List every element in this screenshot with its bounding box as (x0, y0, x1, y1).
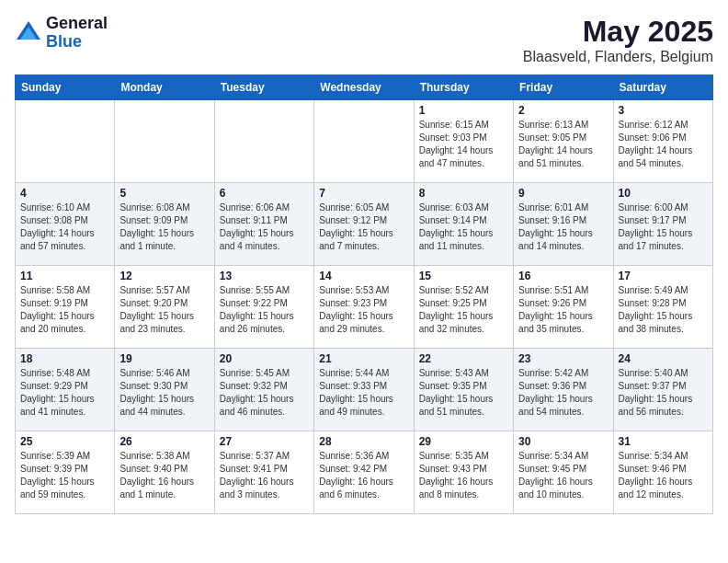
day-info: Sunrise: 6:12 AM Sunset: 9:06 PM Dayligh… (619, 119, 708, 170)
day-info: Sunrise: 5:44 AM Sunset: 9:33 PM Dayligh… (319, 367, 408, 419)
day-number: 13 (220, 270, 309, 282)
calendar-cell: 15Sunrise: 5:52 AM Sunset: 9:25 PM Dayli… (414, 266, 513, 349)
calendar-cell: 21Sunrise: 5:44 AM Sunset: 9:33 PM Dayli… (314, 349, 414, 431)
day-info: Sunrise: 5:34 AM Sunset: 9:46 PM Dayligh… (619, 450, 708, 501)
day-info: Sunrise: 5:39 AM Sunset: 9:39 PM Dayligh… (20, 450, 109, 501)
calendar-cell: 25Sunrise: 5:39 AM Sunset: 9:39 PM Dayli… (16, 431, 115, 514)
calendar-cell: 19Sunrise: 5:46 AM Sunset: 9:30 PM Dayli… (115, 349, 214, 431)
day-number: 20 (220, 352, 309, 365)
calendar-cell: 10Sunrise: 6:00 AM Sunset: 9:17 PM Dayli… (613, 183, 712, 266)
day-number: 8 (419, 187, 508, 200)
day-info: Sunrise: 6:03 AM Sunset: 9:14 PM Dayligh… (419, 201, 508, 253)
calendar-cell: 28Sunrise: 5:36 AM Sunset: 9:42 PM Dayli… (314, 431, 414, 514)
calendar-cell: 9Sunrise: 6:01 AM Sunset: 9:16 PM Daylig… (514, 183, 613, 266)
logo-icon (15, 19, 42, 47)
day-number: 21 (319, 352, 408, 365)
day-info: Sunrise: 6:13 AM Sunset: 9:05 PM Dayligh… (518, 119, 608, 170)
calendar-week-2: 4Sunrise: 6:10 AM Sunset: 9:08 PM Daylig… (16, 183, 713, 266)
day-number: 9 (518, 187, 608, 200)
day-info: Sunrise: 5:34 AM Sunset: 9:45 PM Dayligh… (518, 450, 608, 501)
day-number: 23 (518, 352, 608, 365)
calendar-cell: 23Sunrise: 5:42 AM Sunset: 9:36 PM Dayli… (514, 349, 613, 431)
day-info: Sunrise: 5:58 AM Sunset: 9:19 PM Dayligh… (20, 284, 109, 336)
day-number: 31 (619, 435, 708, 448)
day-info: Sunrise: 6:10 AM Sunset: 9:08 PM Dayligh… (20, 201, 109, 253)
day-number: 14 (319, 270, 408, 282)
day-info: Sunrise: 6:15 AM Sunset: 9:03 PM Dayligh… (419, 119, 508, 170)
day-number: 15 (419, 270, 508, 282)
day-number: 1 (419, 104, 508, 117)
calendar-table: SundayMondayTuesdayWednesdayThursdayFrid… (15, 75, 713, 514)
day-info: Sunrise: 5:37 AM Sunset: 9:41 PM Dayligh… (220, 450, 309, 501)
day-info: Sunrise: 5:55 AM Sunset: 9:22 PM Dayligh… (220, 284, 309, 336)
day-number: 29 (419, 435, 508, 448)
calendar-week-5: 25Sunrise: 5:39 AM Sunset: 9:39 PM Dayli… (16, 431, 713, 514)
day-info: Sunrise: 6:08 AM Sunset: 9:09 PM Dayligh… (119, 201, 209, 253)
calendar-cell: 16Sunrise: 5:51 AM Sunset: 9:26 PM Dayli… (514, 266, 613, 349)
day-info: Sunrise: 5:42 AM Sunset: 9:36 PM Dayligh… (518, 367, 608, 419)
calendar-cell: 24Sunrise: 5:40 AM Sunset: 9:37 PM Dayli… (613, 349, 712, 431)
day-info: Sunrise: 6:06 AM Sunset: 9:11 PM Dayligh… (220, 201, 309, 253)
calendar-cell: 29Sunrise: 5:35 AM Sunset: 9:43 PM Dayli… (414, 431, 513, 514)
day-info: Sunrise: 5:43 AM Sunset: 9:35 PM Dayligh… (419, 367, 508, 419)
calendar-cell: 17Sunrise: 5:49 AM Sunset: 9:28 PM Dayli… (613, 266, 712, 349)
calendar-cell: 6Sunrise: 6:06 AM Sunset: 9:11 PM Daylig… (214, 183, 313, 266)
day-info: Sunrise: 6:05 AM Sunset: 9:12 PM Dayligh… (319, 201, 408, 253)
calendar-week-3: 11Sunrise: 5:58 AM Sunset: 9:19 PM Dayli… (16, 266, 713, 349)
day-number: 28 (319, 435, 408, 448)
logo-blue: Blue (46, 33, 108, 52)
calendar-cell: 22Sunrise: 5:43 AM Sunset: 9:35 PM Dayli… (414, 349, 513, 431)
day-info: Sunrise: 5:40 AM Sunset: 9:37 PM Dayligh… (619, 367, 708, 419)
calendar-cell: 8Sunrise: 6:03 AM Sunset: 9:14 PM Daylig… (414, 183, 513, 266)
day-number: 24 (619, 352, 708, 365)
day-info: Sunrise: 5:35 AM Sunset: 9:43 PM Dayligh… (419, 450, 508, 501)
day-info: Sunrise: 6:00 AM Sunset: 9:17 PM Dayligh… (619, 201, 708, 253)
calendar-cell (314, 100, 414, 183)
logo-text: General Blue (46, 15, 108, 52)
weekday-tuesday: Tuesday (214, 75, 313, 100)
calendar-cell (214, 100, 313, 183)
logo-general: General (46, 15, 108, 33)
day-number: 4 (20, 187, 109, 200)
day-number: 11 (20, 270, 109, 282)
day-info: Sunrise: 5:45 AM Sunset: 9:32 PM Dayligh… (220, 367, 309, 419)
day-number: 2 (518, 104, 608, 117)
day-info: Sunrise: 5:36 AM Sunset: 9:42 PM Dayligh… (319, 450, 408, 501)
calendar-cell: 30Sunrise: 5:34 AM Sunset: 9:45 PM Dayli… (514, 431, 613, 514)
month-title: May 2025 (523, 15, 713, 49)
calendar-cell: 20Sunrise: 5:45 AM Sunset: 9:32 PM Dayli… (214, 349, 313, 431)
page-header: General Blue May 2025 Blaasveld, Flander… (15, 15, 713, 65)
day-number: 5 (119, 187, 209, 200)
day-info: Sunrise: 5:53 AM Sunset: 9:23 PM Dayligh… (319, 284, 408, 336)
day-number: 26 (119, 435, 209, 448)
day-number: 19 (119, 352, 209, 365)
day-number: 12 (119, 270, 209, 282)
day-number: 18 (20, 352, 109, 365)
day-number: 25 (20, 435, 109, 448)
day-info: Sunrise: 6:01 AM Sunset: 9:16 PM Dayligh… (518, 201, 608, 253)
day-number: 3 (619, 104, 708, 117)
day-info: Sunrise: 5:46 AM Sunset: 9:30 PM Dayligh… (119, 367, 209, 419)
day-info: Sunrise: 5:57 AM Sunset: 9:20 PM Dayligh… (119, 284, 209, 336)
weekday-monday: Monday (115, 75, 214, 100)
day-info: Sunrise: 5:38 AM Sunset: 9:40 PM Dayligh… (119, 450, 209, 501)
calendar-cell: 7Sunrise: 6:05 AM Sunset: 9:12 PM Daylig… (314, 183, 414, 266)
day-number: 10 (619, 187, 708, 200)
location-title: Blaasveld, Flanders, Belgium (523, 49, 713, 65)
calendar-cell: 12Sunrise: 5:57 AM Sunset: 9:20 PM Dayli… (115, 266, 214, 349)
calendar-cell: 26Sunrise: 5:38 AM Sunset: 9:40 PM Dayli… (115, 431, 214, 514)
day-info: Sunrise: 5:51 AM Sunset: 9:26 PM Dayligh… (518, 284, 608, 336)
calendar-cell: 2Sunrise: 6:13 AM Sunset: 9:05 PM Daylig… (514, 100, 613, 183)
day-number: 30 (518, 435, 608, 448)
calendar-week-4: 18Sunrise: 5:48 AM Sunset: 9:29 PM Dayli… (16, 349, 713, 431)
day-number: 7 (319, 187, 408, 200)
weekday-sunday: Sunday (16, 75, 115, 100)
day-info: Sunrise: 5:52 AM Sunset: 9:25 PM Dayligh… (419, 284, 508, 336)
calendar-cell: 18Sunrise: 5:48 AM Sunset: 9:29 PM Dayli… (16, 349, 115, 431)
calendar-cell: 4Sunrise: 6:10 AM Sunset: 9:08 PM Daylig… (16, 183, 115, 266)
weekday-header-row: SundayMondayTuesdayWednesdayThursdayFrid… (16, 75, 713, 100)
day-info: Sunrise: 5:48 AM Sunset: 9:29 PM Dayligh… (20, 367, 109, 419)
day-info: Sunrise: 5:49 AM Sunset: 9:28 PM Dayligh… (619, 284, 708, 336)
weekday-wednesday: Wednesday (314, 75, 414, 100)
calendar-cell: 3Sunrise: 6:12 AM Sunset: 9:06 PM Daylig… (613, 100, 712, 183)
